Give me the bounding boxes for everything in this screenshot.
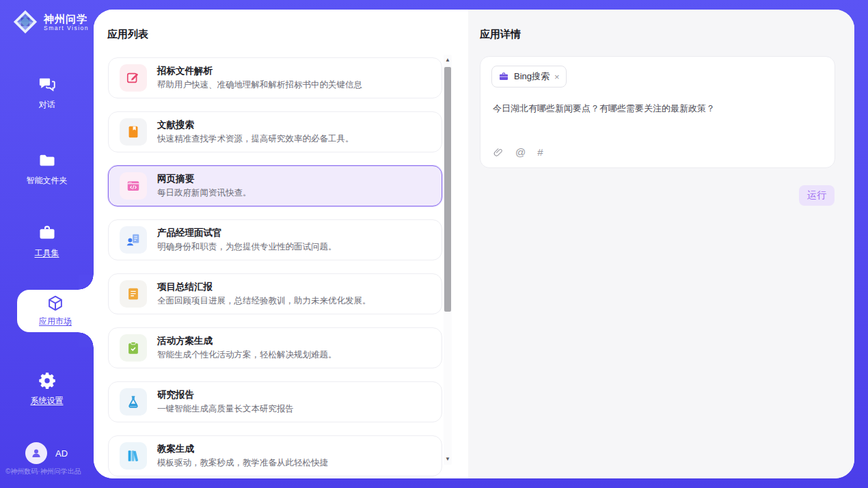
toolbox-icon xyxy=(38,223,57,243)
app-card-desc: 全面回顾项目进展，总结经验教训，助力未来优化发展。 xyxy=(157,295,371,307)
app-card-event-plan[interactable]: 活动方案生成智能生成个性化活动方案，轻松解决规划难题。 xyxy=(108,327,442,368)
app-card-text: 产品经理面试官明确身份和职责，为您提供专业性的面试问题。 xyxy=(157,227,337,253)
app-card-text: 项目总结汇报全面回顾项目进展，总结经验教训，助力未来优化发展。 xyxy=(157,281,371,307)
app-card-name: 文献搜索 xyxy=(157,119,354,131)
sidebar-item-smart-folder[interactable]: 智能文件夹 xyxy=(0,151,94,187)
gear-icon xyxy=(38,371,57,390)
app-card-lesson-plan[interactable]: 教案生成模板驱动，教案秒成，教学准备从此轻松快捷 xyxy=(108,435,442,476)
app-card-name: 产品经理面试官 xyxy=(157,227,337,239)
app-detail-panel: 应用详情 Bing搜索 × 今日湖北有哪些新闻要点？有哪些需要关注的最新政策？ … xyxy=(468,10,854,478)
close-icon[interactable]: × xyxy=(554,72,560,81)
book-icon xyxy=(120,118,147,146)
app-card-desc: 智能生成个性化活动方案，轻松解决规划难题。 xyxy=(157,349,337,361)
app-card-text: 招标文件解析帮助用户快速、准确地理解和解析招标书中的关键信息 xyxy=(157,65,362,91)
run-button[interactable]: 运行 xyxy=(799,185,835,206)
copyright: ©神州数码·神州问学出品 xyxy=(5,467,94,476)
scrollbar-up-arrow-icon[interactable]: ▲ xyxy=(444,56,452,64)
app-card-text: 活动方案生成智能生成个性化活动方案，轻松解决规划难题。 xyxy=(157,335,337,361)
app-card-desc: 快速精准查找学术资源，提高研究效率的必备工具。 xyxy=(157,133,354,145)
app-card-research-report[interactable]: 研究报告一键智能生成高质量长文本研究报告 xyxy=(108,381,442,422)
app-card-desc: 一键智能生成高质量长文本研究报告 xyxy=(157,403,294,415)
app-card-literature-search[interactable]: 文献搜索快速精准查找学术资源，提高研究效率的必备工具。 xyxy=(108,111,442,152)
input-toolbar: @# xyxy=(493,147,543,158)
app-detail-title: 应用详情 xyxy=(480,28,521,41)
query-input[interactable]: 今日湖北有哪些新闻要点？有哪些需要关注的最新政策？ xyxy=(493,102,822,115)
scrollbar-down-arrow-icon[interactable]: ▼ xyxy=(444,455,452,463)
user-name: AD xyxy=(55,448,68,459)
app-card-name: 研究报告 xyxy=(157,389,294,401)
briefcase-icon xyxy=(498,71,509,82)
app-card-text: 教案生成模板驱动，教案秒成，教学准备从此轻松快捷 xyxy=(157,443,328,469)
books-icon xyxy=(120,442,147,470)
app-card-name: 项目总结汇报 xyxy=(157,281,371,293)
sidebar-item-label: 工具集 xyxy=(35,247,59,259)
content-area: 应用列表 招标文件解析帮助用户快速、准确地理解和解析招标书中的关键信息文献搜索快… xyxy=(94,10,854,478)
chat-icon xyxy=(38,75,57,94)
sidebar-item-chat[interactable]: 对话 xyxy=(0,75,94,111)
app-card-project-summary[interactable]: 项目总结汇报全面回顾项目进展，总结经验教训，助力未来优化发展。 xyxy=(108,273,442,314)
sidebar-item-app-market[interactable]: 应用市场 xyxy=(17,290,94,332)
app-card-desc: 每日政府新闻资讯快查。 xyxy=(157,187,252,199)
app-card-web-summary[interactable]: 网页摘要每日政府新闻资讯快查。 xyxy=(108,165,442,206)
brand: 神州问学 Smart Vision xyxy=(12,9,89,35)
user-account[interactable]: AD xyxy=(25,442,68,464)
app-card-desc: 明确身份和职责，为您提供专业性的面试问题。 xyxy=(157,241,337,253)
app-card-desc: 帮助用户快速、准确地理解和解析招标书中的关键信息 xyxy=(157,79,362,91)
folder-icon xyxy=(38,151,57,170)
scrollbar-thumb[interactable] xyxy=(444,67,451,312)
brand-name: 神州问学 xyxy=(44,13,89,25)
sidebar-item-label: 应用市场 xyxy=(39,316,72,327)
hash-icon[interactable]: # xyxy=(537,147,543,158)
clipboard-check-icon xyxy=(120,334,147,362)
report-note-icon xyxy=(120,280,147,308)
paperclip-icon[interactable] xyxy=(493,147,504,158)
avatar xyxy=(25,442,47,464)
app-card-pm-interviewer[interactable]: 产品经理面试官明确身份和职责，为您提供专业性的面试问题。 xyxy=(108,219,442,260)
app-card-text: 研究报告一键智能生成高质量长文本研究报告 xyxy=(157,389,294,415)
edit-icon xyxy=(120,64,147,92)
interviewer-icon xyxy=(120,226,147,254)
cube-icon xyxy=(46,294,65,313)
app-list-title: 应用列表 xyxy=(107,28,148,41)
app-card-bid-parse[interactable]: 招标文件解析帮助用户快速、准确地理解和解析招标书中的关键信息 xyxy=(108,57,442,98)
app-card-name: 招标文件解析 xyxy=(157,65,362,77)
app-card-name: 网页摘要 xyxy=(157,173,252,185)
app-card-name: 活动方案生成 xyxy=(157,335,337,347)
gem-logo-icon xyxy=(12,9,38,35)
tool-tag-bing-search[interactable]: Bing搜索 × xyxy=(491,66,567,87)
app-card-text: 网页摘要每日政府新闻资讯快查。 xyxy=(157,173,252,199)
sidebar-item-label: 系统设置 xyxy=(31,395,64,407)
tool-tag-label: Bing搜索 xyxy=(514,70,550,83)
browser-code-icon xyxy=(120,172,147,200)
sidebar-item-label: 智能文件夹 xyxy=(27,175,68,187)
sidebar-item-label: 对话 xyxy=(39,99,55,111)
brand-subtitle: Smart Vision xyxy=(44,25,89,31)
app-card-name: 教案生成 xyxy=(157,443,328,455)
app-card-desc: 模板驱动，教案秒成，教学准备从此轻松快捷 xyxy=(157,457,328,469)
research-icon xyxy=(120,388,147,416)
app-card-list: 招标文件解析帮助用户快速、准确地理解和解析招标书中的关键信息文献搜索快速精准查找… xyxy=(108,57,442,476)
app-list-panel: 应用列表 招标文件解析帮助用户快速、准确地理解和解析招标书中的关键信息文献搜索快… xyxy=(94,10,468,478)
sidebar-item-settings[interactable]: 系统设置 xyxy=(0,371,94,407)
at-icon[interactable]: @ xyxy=(515,147,526,158)
app-card-text: 文献搜索快速精准查找学术资源，提高研究效率的必备工具。 xyxy=(157,119,354,145)
query-card: Bing搜索 × 今日湖北有哪些新闻要点？有哪些需要关注的最新政策？ @# xyxy=(480,56,835,168)
scrollbar[interactable]: ▲ ▼ xyxy=(444,55,452,465)
sidebar-item-toolset[interactable]: 工具集 xyxy=(0,223,94,259)
sidebar: 神州问学 Smart Vision 对话智能文件夹工具集应用市场系统设置 AD … xyxy=(0,0,94,488)
